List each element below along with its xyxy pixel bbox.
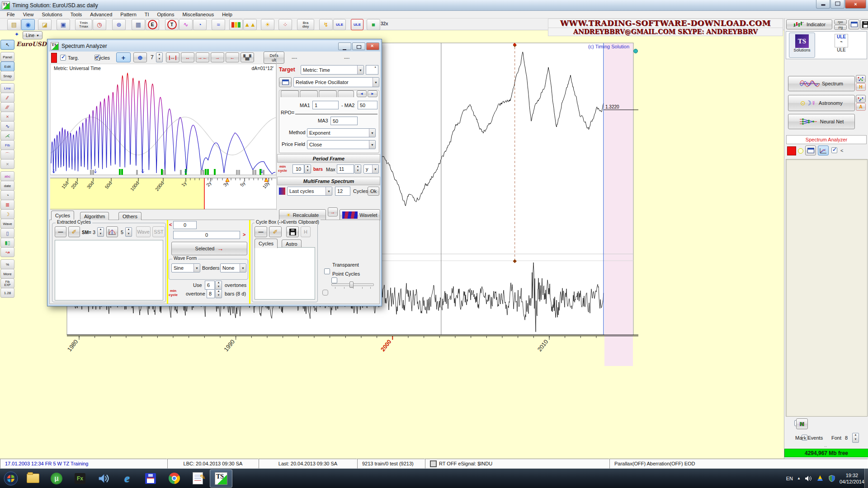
- method-dropdown[interactable]: Exponent: [307, 128, 376, 137]
- fx-app[interactable]: [69, 469, 91, 488]
- menu-tools[interactable]: Tools: [66, 11, 86, 18]
- dialog-close-button[interactable]: ×: [366, 42, 379, 50]
- utorrent[interactable]: [45, 469, 68, 488]
- menu-help[interactable]: Help: [218, 11, 236, 18]
- compass-button[interactable]: ⊛: [112, 19, 126, 30]
- overtone-spinner[interactable]: [215, 289, 222, 298]
- cross-lines-tool[interactable]: ×: [0, 112, 14, 122]
- date-tool[interactable]: date: [0, 181, 14, 191]
- triangle-chart-button[interactable]: ▲▲: [243, 19, 257, 30]
- ma3-input[interactable]: 50: [330, 117, 358, 125]
- lightning-button[interactable]: ↯: [319, 19, 333, 30]
- wave-form-dropdown[interactable]: Sine: [171, 263, 200, 272]
- ok-button[interactable]: Ok: [368, 187, 379, 196]
- selected-button[interactable]: Selected →: [171, 242, 247, 255]
- round-checkbox[interactable]: [322, 290, 328, 296]
- snap-tool[interactable]: Snap: [0, 71, 14, 81]
- default-button[interactable]: Default: [264, 52, 284, 64]
- dialog-titlebar[interactable]: Spectrum Analyzer ×: [49, 41, 380, 52]
- menu-view[interactable]: View: [19, 11, 38, 18]
- t-clock-button[interactable]: ◔: [193, 19, 207, 30]
- wave-button[interactable]: ≈: [212, 19, 225, 30]
- clock-button[interactable]: ◷: [93, 19, 106, 30]
- remove-cycle-button[interactable]: —: [55, 226, 66, 237]
- minimize-button[interactable]: [816, 0, 830, 9]
- window-titlebar[interactable]: Timing Solution: EuroUSD.asc daily ×: [0, 0, 868, 11]
- transit-t-button[interactable]: T: [165, 19, 179, 30]
- start-button[interactable]: [1, 469, 21, 488]
- transparent-checkbox[interactable]: [324, 268, 330, 274]
- count-spinner[interactable]: [125, 227, 132, 237]
- zoom-button[interactable]: ⊕: [133, 52, 147, 62]
- backup64[interactable]: [139, 469, 162, 488]
- menu-file[interactable]: File: [3, 11, 19, 18]
- menu-pattern[interactable]: Pattern: [116, 11, 140, 18]
- ule2-button[interactable]: ULE: [351, 19, 363, 30]
- menu-ti[interactable]: TI: [141, 11, 153, 18]
- add-cycle-button[interactable]: +: [116, 52, 131, 62]
- panel-tool[interactable]: Panel: [0, 52, 14, 62]
- scatter-wave-button[interactable]: ∿: [179, 19, 193, 30]
- line-tool[interactable]: Line: [0, 83, 14, 93]
- oscillator-window-button[interactable]: [279, 77, 292, 87]
- cyclebox-remove-button[interactable]: —: [255, 226, 267, 237]
- sun-chart-button[interactable]: ☀: [261, 19, 274, 30]
- zig-button[interactable]: zig: [834, 25, 847, 30]
- new-chart-button[interactable]: ▤: [7, 19, 21, 30]
- percent-tool[interactable]: %: [0, 259, 14, 269]
- target-color-box[interactable]: [51, 53, 57, 63]
- price-field-dropdown[interactable]: Close: [307, 140, 376, 149]
- menu-options[interactable]: Options: [153, 11, 179, 18]
- cyclebox-erase-button[interactable]: [269, 226, 282, 237]
- green-square-button[interactable]: ■: [367, 19, 380, 30]
- tab-algorithm[interactable]: Algorithm: [80, 212, 109, 220]
- targ-checkbox[interactable]: [60, 55, 66, 61]
- metric-dropdown[interactable]: Metric: Time: [301, 65, 364, 75]
- tab-cycles[interactable]: Cycles: [51, 211, 74, 220]
- overtones-input[interactable]: 6: [205, 281, 215, 290]
- cyclebox-list[interactable]: [255, 247, 315, 300]
- timing-solution[interactable]: [210, 469, 232, 488]
- pointer-tool[interactable]: ↖: [0, 40, 14, 50]
- tab-scroll-left-button[interactable]: ◄: [357, 90, 367, 97]
- sst-button-disabled[interactable]: SST: [152, 226, 165, 237]
- show-desktop-button[interactable]: [864, 469, 868, 488]
- cross2-tool[interactable]: ×: [0, 159, 14, 169]
- min-cycle-spinner[interactable]: [304, 164, 311, 174]
- monitor-tool[interactable]: ▯: [0, 228, 14, 238]
- close-button[interactable]: ×: [845, 0, 866, 9]
- world-button[interactable]: ◉: [21, 19, 35, 30]
- oscillator-dropdown[interactable]: Relative Price Oscillator: [293, 77, 379, 87]
- recalc-arrow-button[interactable]: →: [328, 207, 338, 216]
- rpo-tab-3[interactable]: [319, 90, 337, 97]
- tray-shield-icon[interactable]: [828, 475, 835, 482]
- dialog-minimize-button[interactable]: [338, 42, 351, 50]
- cycles-count-input[interactable]: 12: [335, 187, 350, 196]
- more-tool[interactable]: More: [0, 269, 14, 279]
- fib-tool[interactable]: Fib: [0, 140, 14, 150]
- wave-button-disabled[interactable]: Wave: [136, 226, 151, 237]
- colorbar-button[interactable]: [229, 19, 243, 30]
- menu-solutions[interactable]: Solutions: [38, 11, 66, 18]
- borders-dropdown[interactable]: None: [220, 263, 246, 272]
- hlines-tool[interactable]: ≣: [0, 200, 14, 210]
- cyclebox-save-button[interactable]: [286, 226, 299, 237]
- expand-x-button[interactable]: ↔: [181, 52, 194, 62]
- ma2-input[interactable]: 50: [358, 101, 377, 109]
- overtone-input[interactable]: 8: [207, 289, 215, 298]
- ratio-tool[interactable]: 1.28: [0, 288, 14, 298]
- max-input[interactable]: 11: [337, 164, 354, 174]
- max-spinner[interactable]: [354, 164, 361, 174]
- tray-clock[interactable]: 19:3204/12/2014: [840, 472, 864, 485]
- sm-spinner[interactable]: [97, 227, 104, 237]
- zoom-spinner[interactable]: [156, 52, 163, 62]
- menu-miscellaneous[interactable]: Miscellaneous: [178, 11, 218, 18]
- rpo-tab-2[interactable]: [300, 90, 318, 97]
- cyclebox-h-button[interactable]: H: [301, 226, 311, 237]
- slider-thumb[interactable]: [349, 282, 354, 288]
- dialog-maximize-button[interactable]: [352, 42, 365, 50]
- explorer[interactable]: [22, 469, 44, 488]
- parallel-lines-tool[interactable]: ∕∕: [0, 93, 14, 103]
- chart-style-icon[interactable]: ✦: [14, 31, 22, 39]
- hatch-lines-tool[interactable]: ∕∕∕: [0, 102, 14, 112]
